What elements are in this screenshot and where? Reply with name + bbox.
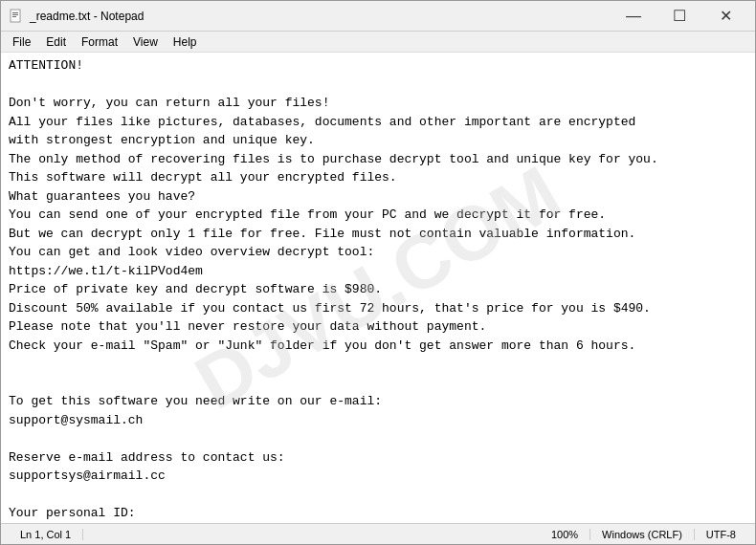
menu-bar: File Edit Format View Help: [1, 32, 755, 53]
svg-rect-0: [11, 10, 20, 22]
notepad-window: _readme.txt - Notepad — ☐ ✕ File Edit Fo…: [0, 0, 756, 545]
text-editor-area[interactable]: DJVU.COM ATTENTION! Don't worry, you can…: [1, 53, 755, 523]
title-bar: _readme.txt - Notepad — ☐ ✕: [1, 1, 755, 32]
menu-file[interactable]: File: [5, 33, 38, 51]
menu-view[interactable]: View: [125, 33, 166, 51]
svg-rect-3: [12, 16, 16, 17]
svg-rect-1: [12, 12, 18, 13]
window-controls: — ☐ ✕: [611, 1, 747, 32]
encoding: UTF-8: [695, 529, 747, 540]
svg-rect-2: [12, 14, 18, 15]
status-bar: Ln 1, Col 1 100% Windows (CRLF) UTF-8: [1, 523, 755, 544]
window-title: _readme.txt - Notepad: [30, 10, 611, 23]
close-button[interactable]: ✕: [703, 1, 747, 32]
maximize-button[interactable]: ☐: [657, 1, 701, 32]
app-icon: [9, 9, 24, 24]
zoom-level: 100%: [540, 529, 590, 540]
document-text: ATTENTION! Don't worry, you can return a…: [9, 56, 747, 523]
line-endings: Windows (CRLF): [590, 529, 695, 540]
minimize-button[interactable]: —: [611, 1, 656, 32]
cursor-position: Ln 1, Col 1: [9, 529, 83, 540]
menu-help[interactable]: Help: [166, 33, 205, 51]
menu-format[interactable]: Format: [74, 33, 125, 51]
menu-edit[interactable]: Edit: [38, 33, 74, 51]
